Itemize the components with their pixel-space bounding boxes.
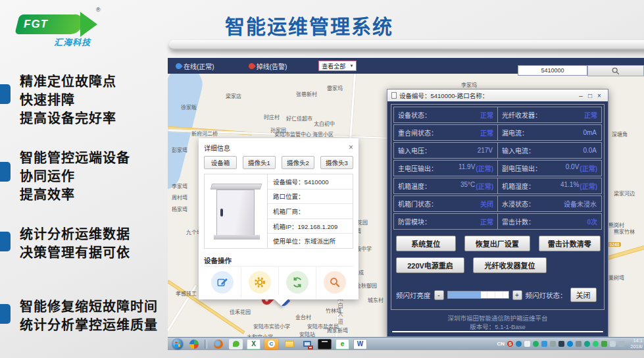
shelf-graphic [169,40,644,50]
taskbar-firefox-icon[interactable] [211,339,225,349]
tray-sogou-icon[interactable]: S [507,341,513,347]
bullet-marker [0,84,11,104]
brightness-minus-button[interactable]: - [434,290,444,300]
taskbar-pinwheel-app-icon[interactable] [187,339,201,349]
bullet-block-1: 精准定位故障点 快速排障 提高设备完好率 [0,72,116,128]
status-value: 217V [478,147,493,154]
app-window: 在线(正常) 掉线(告警) 查看全部 ▼ [168,58,644,337]
edit-button[interactable] [204,267,241,298]
inspect-button[interactable] [316,267,353,298]
tray-volume-icon[interactable] [618,341,624,347]
magnifier-icon [329,276,341,288]
tray-icon[interactable] [558,341,564,347]
strobe-brightness-label: 频闪灯亮度 [396,290,431,300]
legend-offline: 掉线(告警) [249,61,287,71]
tab-camera-1[interactable]: 摄像头1 [243,156,276,169]
view-filter-dropdown[interactable]: 查看全部 ▼ [318,61,357,71]
bullet-marker [0,162,11,182]
filter-selected-value: 查看全部 [322,62,345,70]
document-icon [391,92,397,99]
factory-reset-button[interactable]: 恢复出厂设置 [464,236,530,251]
taskbar-wechat-icon[interactable] [229,339,243,349]
taskbar-remote-desktop-icon[interactable] [300,339,314,349]
system-reset-button[interactable]: 系统复位 [396,236,456,251]
tray-network-icon[interactable] [610,341,616,347]
refresh-icon [291,276,303,288]
info-crossing-location: 路口位置： [268,190,353,205]
status-value: (正常) [476,163,493,173]
settings-button[interactable] [241,267,278,298]
taskbar-word-icon[interactable]: W [353,339,367,349]
bullet-line: 智能修复缩短故障时间 [20,297,158,316]
strobe-toggle-button[interactable]: 关闭 [570,288,597,302]
status-value: 41.1% [560,181,579,191]
status-row: 主电压输出：11.9V(正常) 副电压输出：0.0V(正常) [393,160,602,176]
horizontal-scrollbar[interactable] [392,331,603,332]
tray-shield-icon[interactable] [593,341,599,347]
map-label: 深塘角 [612,130,628,138]
power-restart-button[interactable]: 220V电源重启 [396,257,464,273]
taskbar-cmd-icon[interactable] [318,339,332,349]
close-button[interactable]: × [595,92,604,99]
search-button[interactable] [587,65,644,76]
fiber-transceiver-reset-button[interactable]: 光纤收发器复位 [473,257,547,273]
map-label: 佳禾花园 [230,308,251,315]
lightning-counter-clear-button[interactable]: 雷击计数清零 [539,236,601,251]
map-label: 金台村 [295,313,311,320]
search-icon [612,67,620,75]
map-label: 安陆市监管中心 [274,130,311,138]
status-row: 机箱温度：35°C(正常) 机箱湿度：41.1%(正常) [393,178,602,194]
brightness-slider[interactable] [447,291,509,299]
taskbar-excel-icon[interactable]: X [247,339,260,349]
strobe-slider-fill [448,292,482,298]
tray-icon[interactable] [576,341,582,347]
tray-bluetooth-icon[interactable] [567,341,573,347]
app-toolbar: 在线(正常) 掉线(告警) 查看全部 ▼ [168,58,644,74]
search-input[interactable] [518,65,587,76]
status-label: 副电压输出： [502,163,541,173]
language-indicator[interactable]: CN [497,341,505,347]
start-button[interactable] [172,339,183,349]
map-label: 孝感技工 [176,290,197,297]
map-label: 李家坞 [461,81,477,88]
system-tray: CN S 14:1 2018/ [497,338,644,349]
tab-camera-3[interactable]: 摄像头3 [320,156,353,169]
map-label: 栗树塆 [608,274,624,281]
tray-icon[interactable] [524,341,530,347]
info-device-id: 设备编号：5410000 [268,174,353,190]
taskbar-active-app-icon[interactable]: C [264,339,278,349]
status-row: 设备状态：正常 光纤收发器：正常 [393,107,602,123]
taskbar-clock[interactable]: 14:1 2018/ [627,338,643,349]
platform-footer: 深圳市福田智能通信防护箱运维平台 版本号：5.1-1-Base [387,314,608,331]
tray-icon[interactable] [541,341,547,347]
tab-camera-2[interactable]: 摄像头2 [282,156,314,169]
minimize-button[interactable]: – [576,92,585,99]
refresh-button[interactable] [278,267,316,298]
bullet-line: 智能管控远端设备 [20,149,130,167]
bullet-line: 决策管理有据可依 [20,243,130,262]
tray-icon[interactable] [550,341,556,347]
status-value: (正常) [476,181,493,191]
logo-brand-text: FGT [24,18,48,31]
maximize-button[interactable]: □ [585,92,595,99]
status-label: 输入电流： [502,145,535,155]
brightness-plus-button[interactable]: + [512,290,522,300]
status-value: 正常 [480,110,493,120]
bullet-block-4: 智能修复缩短故障时间 统计分析掌控运维质量 [0,297,158,334]
status-label: 设备状态： [398,110,431,120]
tab-device-box[interactable]: 设备箱 [204,156,237,169]
map-label: 安陆市实验小学 [253,322,290,330]
tray-icon[interactable] [516,341,522,347]
close-icon[interactable]: × [349,144,353,151]
taskbar-browser-icon[interactable]: e [335,339,349,349]
gear-icon [254,276,266,288]
status-value: 0次 [587,217,597,226]
tray-icon[interactable] [584,341,590,347]
taskbar-explorer-icon[interactable] [282,339,296,349]
tray-update-icon[interactable] [601,341,607,347]
slide: FGT ® 汇海科技 智能运维管理系统 精准定位故障点 快速排障 提高设备完好率… [0,0,644,358]
tray-icon[interactable] [533,341,539,347]
info-using-unit: 使用单位：东域派出所 [268,234,353,248]
map-label: 徐家畈 [181,103,197,111]
taskbar-grip[interactable] [205,340,207,349]
